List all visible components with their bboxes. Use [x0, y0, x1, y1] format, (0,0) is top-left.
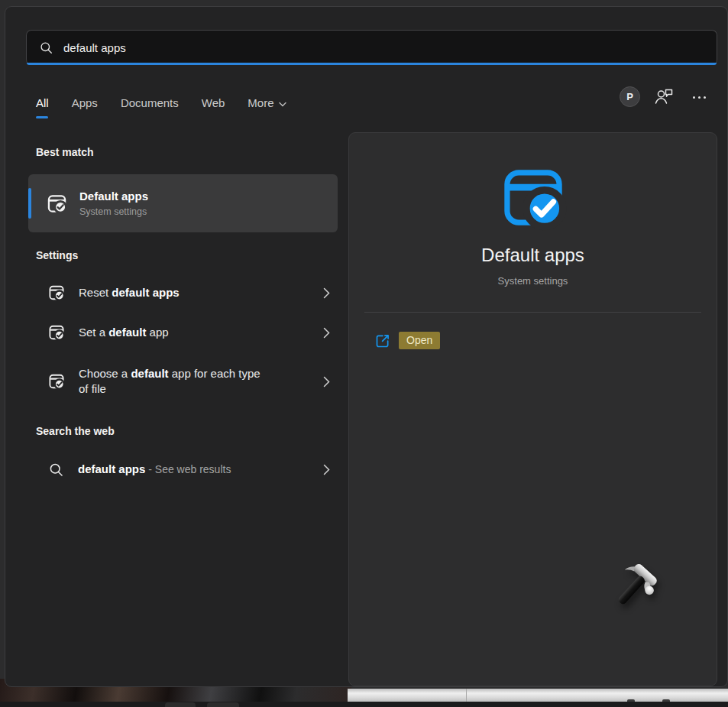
chevron-right-icon	[323, 464, 330, 475]
search-input[interactable]	[63, 41, 704, 54]
avatar[interactable]: P	[620, 86, 640, 107]
taskbar-strip	[0, 702, 728, 707]
web-search-result[interactable]: default apps - See web results	[26, 452, 341, 487]
chevron-right-icon	[323, 376, 330, 388]
more-options-button[interactable]	[686, 88, 712, 106]
selection-accent-bar	[28, 188, 31, 219]
open-external-icon	[375, 333, 390, 349]
tab-more-label: More	[248, 96, 273, 109]
preview-title: Default apps	[349, 245, 717, 266]
hammer-cursor-image	[600, 561, 670, 631]
background-window-divider	[466, 689, 467, 702]
ellipsis-icon	[704, 96, 706, 99]
results-list: Best match Default apps System settings …	[26, 137, 341, 496]
tab-web[interactable]: Web	[202, 96, 225, 109]
settings-section-header: Settings	[36, 249, 78, 261]
default-apps-icon	[48, 284, 65, 301]
background-window-bar	[348, 689, 728, 702]
result-label: default apps - See web results	[78, 462, 270, 477]
chevron-down-icon	[279, 96, 286, 109]
result-label: Reset default apps	[79, 285, 271, 300]
taskbar-button-top	[207, 702, 239, 707]
best-match-result[interactable]: Default apps System settings	[28, 174, 338, 232]
default-apps-icon	[48, 373, 65, 390]
tab-documents[interactable]: Documents	[121, 96, 179, 109]
search-flyout-panel: All Apps Documents Web More P Best match…	[5, 6, 728, 687]
settings-result-reset-default-apps[interactable]: Reset default apps	[26, 276, 341, 310]
feedback-icon[interactable]	[652, 86, 675, 109]
settings-result-choose-default-app-per-file-type[interactable]: Choose a default app for each type of fi…	[26, 357, 341, 406]
open-button[interactable]: Open	[375, 332, 440, 349]
ellipsis-icon	[693, 96, 695, 99]
default-apps-icon	[47, 193, 67, 214]
tab-all[interactable]: All	[36, 96, 49, 109]
settings-result-set-a-default-app[interactable]: Set a default app	[26, 316, 341, 349]
search-icon	[48, 462, 64, 478]
default-apps-icon-large	[500, 164, 566, 231]
preview-subtitle: System settings	[349, 275, 717, 287]
chevron-right-icon	[323, 327, 330, 339]
result-title: Default apps	[79, 190, 148, 203]
preview-divider	[364, 312, 701, 313]
search-web-section-header: Search the web	[36, 425, 115, 437]
preview-pane: Default apps System settings Open	[348, 132, 717, 686]
open-button-label: Open	[399, 332, 440, 349]
best-match-header: Best match	[36, 146, 93, 158]
result-label: Choose a default app for each type of fi…	[79, 366, 271, 397]
chevron-right-icon	[323, 287, 330, 299]
taskbar-button-top	[165, 702, 196, 707]
search-icon	[39, 41, 53, 55]
ellipsis-icon	[698, 96, 700, 99]
search-filter-tabs: All Apps Documents Web More	[36, 91, 286, 114]
tab-apps[interactable]: Apps	[72, 96, 98, 109]
result-subtitle: System settings	[79, 206, 148, 217]
default-apps-icon	[48, 324, 65, 341]
search-box[interactable]	[26, 30, 717, 65]
result-label: Set a default app	[79, 325, 271, 340]
tab-more[interactable]: More	[248, 96, 286, 109]
